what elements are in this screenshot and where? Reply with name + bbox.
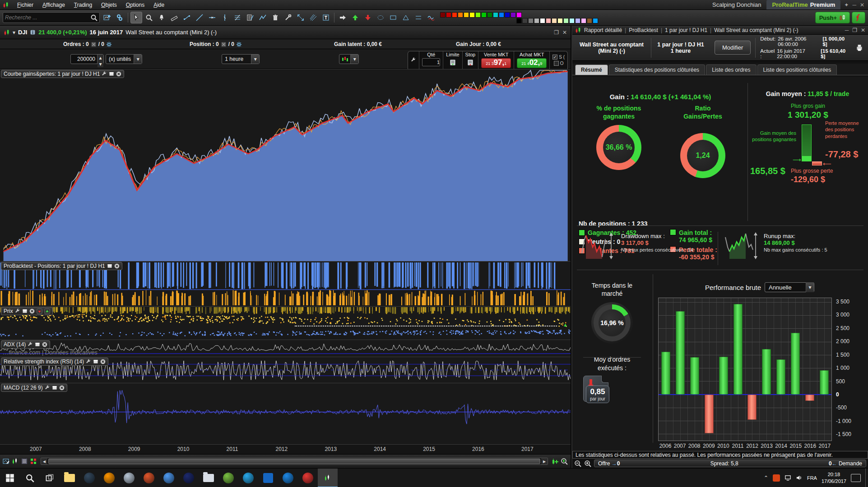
resize-icon[interactable] — [295, 12, 306, 23]
tab-statistiques-des-positions-cl-tur-es[interactable]: Statistiques des positions clôturées — [609, 64, 705, 75]
color-swatch[interactable] — [552, 18, 557, 23]
checkbox-unchecked[interactable] — [554, 61, 559, 66]
maximize-icon[interactable]: ❐ — [852, 27, 857, 33]
pitchfork-icon[interactable] — [307, 12, 319, 23]
color-swatch[interactable] — [440, 12, 446, 18]
window-icon[interactable] — [52, 385, 57, 391]
telegram-icon[interactable] — [238, 469, 258, 487]
workspace-tab-prorealtime[interactable]: ProRealTime Premium — [766, 0, 840, 9]
blocks-icon[interactable] — [30, 458, 37, 465]
triangle-icon[interactable] — [400, 12, 412, 23]
volume-icon[interactable] — [796, 474, 803, 481]
position-cancel-icon[interactable] — [221, 41, 227, 47]
sell-market-button[interactable]: 21 3 97, 1 — [481, 58, 511, 68]
position-settings-icon[interactable] — [236, 41, 242, 47]
rectangle-icon[interactable] — [387, 12, 399, 23]
close-icon[interactable]: ✕ — [860, 2, 864, 8]
wrench-icon[interactable] — [45, 385, 50, 391]
browser-dark-icon[interactable] — [79, 469, 99, 487]
taskbar-clock[interactable]: 20:18 17/06/2017 — [822, 471, 846, 484]
edit-chart-icon[interactable] — [3, 458, 10, 465]
search-candle-icon[interactable] — [561, 458, 568, 465]
horizontal-scrollbar[interactable]: ◂ ▸ — [41, 458, 548, 465]
file-explorer-icon[interactable] — [60, 469, 79, 487]
chart-type-dropdown[interactable]: ▾ — [339, 54, 359, 64]
zoom-out-icon[interactable] — [574, 460, 581, 467]
tab-r-sum-[interactable]: Résumé — [575, 64, 608, 75]
chart-close-icon[interactable]: ✕ — [562, 29, 567, 36]
minimize-icon[interactable]: ─ — [845, 27, 849, 33]
color-swatch[interactable] — [487, 12, 492, 18]
color-swatch[interactable] — [516, 12, 522, 18]
chevron-down-icon[interactable]: ▾ — [251, 55, 259, 64]
link-icon[interactable] — [114, 12, 125, 23]
app-dark-blue-icon[interactable] — [179, 469, 199, 487]
color-swatch[interactable] — [557, 18, 563, 23]
color-swatch[interactable] — [516, 18, 522, 23]
trendline-icon[interactable] — [194, 12, 205, 23]
close-circle-icon[interactable] — [59, 385, 65, 391]
tab-liste-des-ordres[interactable]: Liste des ordres — [706, 64, 756, 75]
analysis-list-icon[interactable] — [244, 12, 256, 23]
wrench-icon[interactable] — [28, 342, 33, 347]
color-swatch[interactable] — [587, 18, 592, 23]
tray-app-icon[interactable] — [773, 474, 780, 482]
menu-fichier[interactable]: Fichier — [13, 0, 38, 9]
color-swatch[interactable] — [546, 18, 551, 23]
close-circle-icon[interactable] — [114, 263, 120, 269]
tray-chevron-icon[interactable]: ⌃ — [764, 475, 768, 481]
color-swatch[interactable] — [493, 12, 498, 18]
color-swatch[interactable] — [481, 12, 487, 18]
color-swatch[interactable] — [469, 12, 475, 18]
show-desktop-button[interactable] — [865, 469, 868, 487]
close-circle-icon[interactable] — [100, 359, 106, 364]
color-swatch[interactable] — [528, 18, 534, 23]
sell-arrow-icon[interactable] — [37, 308, 42, 314]
push-button[interactable]: Push+ — [815, 12, 850, 23]
close-circle-icon[interactable] — [116, 71, 121, 77]
scroll-left-icon[interactable]: ◂ — [41, 458, 47, 464]
search-button[interactable] — [20, 469, 40, 487]
fx-button[interactable] — [852, 12, 865, 23]
segment-icon[interactable] — [181, 12, 193, 23]
stepper-down-icon[interactable]: ▾ — [97, 61, 103, 67]
chevron-down-icon[interactable]: ▾ — [806, 282, 814, 292]
app-cyan-icon[interactable] — [278, 469, 298, 487]
start-button[interactable] — [0, 469, 20, 487]
app-blue-icon[interactable] — [258, 469, 278, 487]
arrow-up-icon[interactable] — [349, 12, 361, 23]
menu-objets[interactable]: Objets — [97, 0, 121, 9]
scrollbar-thumb[interactable] — [48, 459, 540, 464]
color-swatch[interactable] — [534, 18, 539, 23]
menu-options[interactable]: Options — [121, 0, 149, 9]
chevron-down-icon[interactable]: ▾ — [350, 55, 358, 64]
modify-button[interactable]: Modifier — [715, 41, 751, 55]
ask-side[interactable]: 0← Demande — [829, 460, 862, 467]
color-swatch[interactable] — [464, 12, 469, 18]
channel-icon[interactable] — [413, 12, 424, 23]
steam-icon[interactable] — [119, 469, 139, 487]
symbol-label[interactable]: DJI — [18, 29, 27, 36]
search-box[interactable] — [3, 12, 100, 23]
firefox-icon[interactable] — [99, 469, 119, 487]
macd-chart[interactable] — [0, 383, 571, 444]
order-list-icon[interactable] — [21, 458, 28, 465]
stepper-up-icon[interactable]: ▴ — [97, 55, 103, 61]
quantity-stepper[interactable]: 200000 ▴▾ — [70, 54, 104, 64]
color-swatch[interactable] — [593, 18, 598, 23]
checkbox-checked[interactable]: ✓ — [552, 55, 557, 60]
timeframe-dropdown[interactable]: 1 heure ▾ — [222, 54, 260, 64]
workspace-tab-scalping-donchian[interactable]: Scalping Donchian — [707, 0, 766, 9]
arrow-down-icon[interactable] — [362, 12, 374, 23]
chart-maximize-icon[interactable]: ❐ — [554, 29, 559, 36]
wrench-icon[interactable] — [15, 308, 20, 314]
new-chart-icon[interactable] — [101, 12, 113, 23]
color-swatch[interactable] — [569, 18, 575, 23]
trash-icon[interactable] — [269, 12, 281, 23]
color-swatch[interactable] — [499, 12, 504, 18]
alert-bell-icon[interactable] — [156, 12, 167, 23]
files-icon[interactable] — [199, 469, 218, 487]
chrome-icon[interactable] — [159, 469, 179, 487]
language-indicator[interactable]: FRA — [807, 475, 817, 481]
search-input[interactable] — [5, 14, 90, 21]
